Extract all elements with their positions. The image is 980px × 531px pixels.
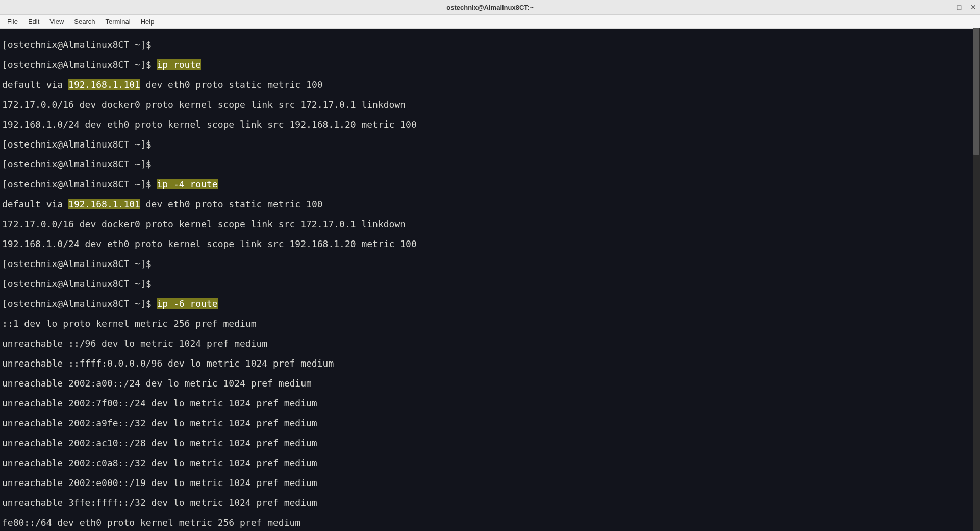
output-text: 172.17.0.0/16 dev docker0 proto kernel s… (2, 219, 978, 229)
output-text: unreachable 3ffe:ffff::/32 dev lo metric… (2, 498, 978, 508)
menu-help[interactable]: Help (136, 16, 160, 27)
output-text: 172.17.0.0/16 dev docker0 proto kernel s… (2, 100, 978, 110)
maximize-button[interactable]: □ (956, 3, 963, 11)
output-text: fe80::/64 dev eth0 proto kernel metric 2… (2, 518, 978, 528)
output-text: dev eth0 proto static metric 100 (140, 199, 328, 209)
window-titlebar: ostechnix@Almalinux8CT:~ – □ ✕ (0, 0, 980, 15)
prompt: [ostechnix@Almalinux8CT ~]$ (2, 139, 157, 150)
scrollbar-thumb[interactable] (973, 28, 979, 155)
output-text: unreachable 2002:a9fe::/32 dev lo metric… (2, 418, 978, 428)
output-text: unreachable ::/96 dev lo metric 1024 pre… (2, 339, 978, 349)
output-text: unreachable 2002:c0a8::/32 dev lo metric… (2, 458, 978, 468)
output-text: ::1 dev lo proto kernel metric 256 pref … (2, 319, 978, 329)
menu-edit[interactable]: Edit (23, 16, 44, 27)
command: ip route (157, 59, 201, 70)
output-text: unreachable ::ffff:0.0.0.0/96 dev lo met… (2, 358, 978, 369)
output-text: 192.168.1.0/24 dev eth0 proto kernel sco… (2, 119, 978, 130)
window-controls: – □ ✕ (941, 0, 977, 14)
menu-view[interactable]: View (44, 16, 69, 27)
prompt: [ostechnix@Almalinux8CT ~]$ (2, 258, 157, 269)
output-text: unreachable 2002:7f00::/24 dev lo metric… (2, 398, 978, 408)
command: ip -6 route (157, 298, 217, 309)
menubar: File Edit View Search Terminal Help (0, 15, 980, 29)
output-text: default via (2, 199, 68, 209)
prompt: [ostechnix@Almalinux8CT ~]$ (2, 278, 157, 289)
prompt: [ostechnix@Almalinux8CT ~]$ (2, 179, 157, 189)
gateway-ip: 192.168.1.101 (68, 79, 140, 90)
output-text: 192.168.1.0/24 dev eth0 proto kernel sco… (2, 239, 978, 249)
prompt: [ostechnix@Almalinux8CT ~]$ (2, 39, 157, 50)
prompt: [ostechnix@Almalinux8CT ~]$ (2, 159, 157, 170)
close-button[interactable]: ✕ (970, 3, 977, 11)
gateway-ip: 192.168.1.101 (68, 199, 140, 209)
output-text: unreachable 2002:ac10::/28 dev lo metric… (2, 438, 978, 448)
menu-file[interactable]: File (2, 16, 23, 27)
command: ip -4 route (157, 179, 217, 189)
window-title: ostechnix@Almalinux8CT:~ (446, 4, 534, 11)
output-text: unreachable 2002:e000::/19 dev lo metric… (2, 478, 978, 488)
output-text: dev eth0 proto static metric 100 (140, 79, 328, 90)
menu-terminal[interactable]: Terminal (100, 16, 136, 27)
output-text: default via (2, 79, 68, 90)
terminal-output[interactable]: [ostechnix@Almalinux8CT ~]$ [ostechnix@A… (0, 29, 980, 531)
menu-search[interactable]: Search (69, 16, 100, 27)
prompt: [ostechnix@Almalinux8CT ~]$ (2, 59, 157, 70)
minimize-button[interactable]: – (941, 3, 948, 11)
terminal-scrollbar[interactable] (973, 28, 980, 531)
output-text: unreachable 2002:a00::/24 dev lo metric … (2, 378, 978, 389)
prompt: [ostechnix@Almalinux8CT ~]$ (2, 298, 157, 309)
